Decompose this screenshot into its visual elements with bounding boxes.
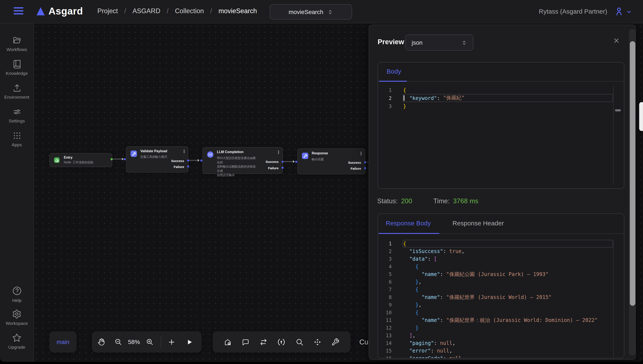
swap-connections-button[interactable] bbox=[260, 338, 268, 346]
code-line[interactable]: 12 } bbox=[378, 324, 624, 332]
port-validate-input[interactable] bbox=[124, 158, 126, 160]
code-line[interactable]: 16 "errorCode": null bbox=[378, 355, 624, 358]
time-value: 3768 ms bbox=[453, 197, 478, 205]
code-line[interactable]: 4 { bbox=[378, 263, 624, 270]
code-line[interactable]: 2 "isSuccess": true, bbox=[378, 248, 624, 255]
panel-scrollbar-thumb[interactable] bbox=[630, 41, 635, 306]
node-validate-payload[interactable]: Validate Payload 定義工具的輸入格式 Success Failu… bbox=[126, 146, 188, 173]
port-llm-success[interactable] bbox=[281, 160, 284, 163]
port-failure-label: Failure bbox=[174, 165, 184, 169]
port-llm-failure[interactable] bbox=[281, 166, 284, 168]
llm-tool-button[interactable] bbox=[278, 338, 286, 346]
code-text: } bbox=[403, 324, 613, 332]
port-response-success[interactable] bbox=[364, 161, 366, 163]
canvas-tools-toolbar bbox=[213, 331, 350, 352]
run-workflow-button[interactable] bbox=[186, 338, 193, 346]
code-text: "isSuccess": true, bbox=[403, 248, 613, 255]
port-success-label: Success bbox=[171, 159, 184, 163]
zoom-in-button[interactable] bbox=[146, 338, 154, 346]
sidebar-item-upgrade[interactable]: Upgrade bbox=[0, 333, 34, 350]
breadcrumb-separator: / bbox=[124, 7, 126, 15]
code-line[interactable]: 1{ bbox=[378, 240, 624, 248]
breadcrumb-collection[interactable]: Collection bbox=[175, 7, 204, 15]
fit-view-button[interactable] bbox=[314, 338, 322, 346]
code-line[interactable]: 13 ], bbox=[378, 332, 624, 339]
sidebar-item-apps[interactable]: Apps bbox=[0, 131, 34, 147]
port-validate-success[interactable] bbox=[187, 159, 189, 162]
tab-response-body[interactable]: Response Body bbox=[386, 220, 431, 227]
upload-icon bbox=[12, 83, 22, 93]
code-text: ], bbox=[403, 332, 613, 339]
zoom-level[interactable]: 58% bbox=[128, 338, 140, 345]
sidebar-item-workspace[interactable]: Workspace bbox=[0, 309, 34, 326]
format-select-value: json bbox=[412, 39, 422, 46]
sidebar-item-environment[interactable]: Environment bbox=[0, 83, 34, 100]
user-menu-chevron-down-icon[interactable] bbox=[626, 9, 632, 15]
code-line[interactable]: 11 "name": "侏羅紀世界：統治 (Jurassic World: Do… bbox=[378, 316, 624, 324]
port-entry-output[interactable] bbox=[110, 158, 112, 160]
code-line[interactable]: 9 }, bbox=[378, 301, 624, 309]
search-nodes-button[interactable] bbox=[296, 338, 304, 346]
wrench-node-icon bbox=[130, 150, 137, 157]
node-entry[interactable]: Entry Node: 工作流程的起點 bbox=[49, 153, 112, 167]
response-card: Response Body Response Header 1{2 "isSuc… bbox=[378, 214, 624, 358]
preview-panel-title: Preview bbox=[378, 38, 404, 46]
user-avatar-icon[interactable] bbox=[614, 6, 624, 16]
node-menu-kebab-icon[interactable] bbox=[360, 152, 362, 156]
code-text: "data": [ bbox=[403, 255, 613, 263]
select-chevrons-icon bbox=[328, 9, 333, 15]
code-line[interactable]: 5 "name": "侏羅紀公園 (Jurassic Park) – 1993" bbox=[378, 270, 624, 278]
code-line[interactable]: 8 "name": "侏羅紀世界 (Jurassic World) – 2015… bbox=[378, 294, 624, 301]
close-panel-button[interactable] bbox=[613, 37, 620, 44]
breadcrumb-project[interactable]: Project bbox=[98, 7, 118, 15]
node-llm-completion[interactable]: LLM Completion 呼叫大型語言模型並產生結構化的 資料輸出以輔助流程… bbox=[202, 147, 283, 174]
zoom-out-button[interactable] bbox=[114, 338, 122, 346]
branch-main-button[interactable]: main bbox=[49, 331, 76, 352]
app-window: Asgard Project / ASGARD / Collection / m… bbox=[0, 0, 643, 362]
code-line[interactable]: 3} bbox=[378, 102, 624, 110]
code-line[interactable]: 15 "error": null, bbox=[378, 347, 624, 355]
code-line[interactable]: 1{ bbox=[378, 86, 624, 94]
node-description: 輸出回應 bbox=[312, 157, 324, 162]
code-line[interactable]: 6 }, bbox=[378, 278, 624, 286]
pan-hand-button[interactable] bbox=[98, 338, 106, 346]
code-text: { bbox=[403, 286, 613, 294]
add-entry-node-button[interactable] bbox=[224, 338, 232, 346]
format-select[interactable]: json bbox=[405, 34, 473, 50]
close-icon bbox=[613, 37, 620, 44]
workflow-select[interactable]: movieSearch bbox=[270, 4, 352, 20]
sidebar-item-help[interactable]: Help bbox=[0, 286, 34, 303]
node-response[interactable]: Response 輸出回應 Success Failure bbox=[297, 148, 365, 174]
code-line[interactable]: 14 "paging": null, bbox=[378, 339, 624, 347]
tab-response-header[interactable]: Response Header bbox=[452, 220, 504, 227]
code-line[interactable]: 2 "keyword": "侏羅紀" bbox=[378, 94, 624, 102]
port-llm-input[interactable] bbox=[200, 159, 202, 162]
breadcrumb-moviesearch[interactable]: movieSearch bbox=[218, 7, 257, 15]
help-circle-icon bbox=[12, 286, 22, 296]
comment-icon bbox=[242, 338, 250, 346]
request-tabs: Body bbox=[378, 62, 624, 82]
port-response-failure[interactable] bbox=[364, 167, 366, 169]
window-scrollbar-thumb[interactable] bbox=[639, 102, 643, 131]
port-failure-label: Failure bbox=[351, 167, 361, 170]
node-menu-kebab-icon[interactable] bbox=[278, 150, 279, 154]
line-number: 13 bbox=[378, 332, 403, 339]
tab-body[interactable]: Body bbox=[386, 68, 401, 75]
request-json-editor[interactable]: 1{2 "keyword": "侏羅紀"3} bbox=[378, 81, 624, 188]
tools-button[interactable] bbox=[332, 338, 340, 346]
response-json-editor[interactable]: 1{2 "isSuccess": true,3 "data": [4 {5 "n… bbox=[378, 234, 624, 358]
comment-button[interactable] bbox=[242, 338, 250, 346]
code-line[interactable]: 3 "data": [ bbox=[378, 255, 624, 263]
code-line[interactable]: 7 { bbox=[378, 286, 624, 294]
sidebar-item-settings[interactable]: Settings bbox=[0, 107, 34, 123]
port-response-input[interactable] bbox=[295, 160, 297, 163]
port-validate-failure[interactable] bbox=[187, 165, 189, 167]
add-button[interactable] bbox=[168, 338, 176, 346]
hamburger-menu-icon[interactable] bbox=[14, 7, 24, 14]
search-icon bbox=[296, 338, 304, 346]
breadcrumb-asgard[interactable]: ASGARD bbox=[132, 7, 160, 15]
code-line[interactable]: 10 { bbox=[378, 309, 624, 316]
node-menu-kebab-icon[interactable] bbox=[184, 150, 184, 154]
sidebar-item-knowledge[interactable]: Knowledge bbox=[0, 60, 34, 76]
sidebar-item-workflows[interactable]: Workflows bbox=[0, 36, 34, 52]
